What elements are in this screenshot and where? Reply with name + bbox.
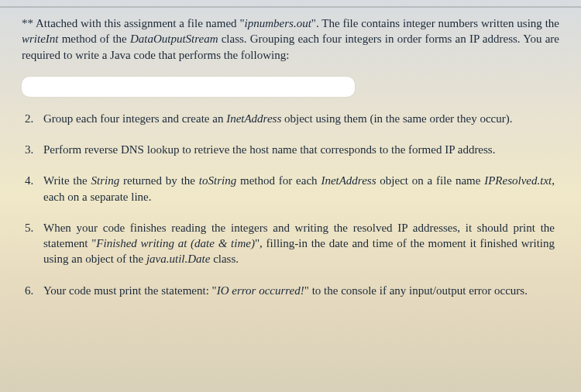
step-italic: Finished writing at (date & time): [96, 237, 255, 249]
step-text: Group each four integers and create an: [43, 112, 226, 125]
step-text: object on a file name: [376, 174, 485, 187]
step-italic: toString: [199, 174, 236, 187]
step-2: 2.Group each four integers and create an…: [43, 111, 559, 126]
step-number: 6.: [25, 283, 40, 298]
step-number: 3.: [25, 142, 40, 157]
step-italic: java.util.Date: [146, 253, 211, 265]
step-text: Your code must print the statement: ": [43, 284, 217, 297]
step-italic: IO error occurred!: [217, 284, 304, 297]
step-text: object using them (in the same order the…: [281, 112, 512, 125]
step-6: 6.Your code must print the statement: "I…: [43, 283, 559, 298]
step-4: 4.Write the String returned by the toStr…: [43, 173, 559, 205]
intro-classname: DataOutputStream: [130, 33, 218, 45]
step-italic: InetAddress: [321, 174, 376, 187]
intro-filename: ipnumbers.out: [245, 17, 311, 29]
step-number: 2.: [25, 111, 40, 126]
intro-mid1: ". The file contains integer numbers wri…: [311, 17, 559, 29]
step-text: " to the console if any input/output err…: [304, 284, 528, 297]
assignment-steps: 2.Group each four integers and create an…: [22, 111, 559, 298]
step-5: 5.When your code finishes reading the in…: [43, 220, 559, 267]
assignment-intro: ** Attached with this assignment a file …: [22, 15, 559, 63]
step-number: 4.: [25, 173, 40, 188]
redaction-mark: [22, 77, 355, 97]
step-italic: InetAddress: [226, 112, 281, 125]
intro-mid2: method of the: [59, 33, 130, 45]
intro-prefix: ** Attached with this assignment a file …: [22, 17, 245, 29]
step-italic: String: [91, 174, 120, 187]
step-text: class.: [210, 253, 239, 265]
step-text: Write the: [43, 174, 91, 187]
step-text: method for each: [236, 174, 321, 187]
step-3: 3.Perform reverse DNS lookup to retrieve…: [43, 142, 559, 157]
intro-method: writeInt: [22, 33, 59, 45]
step-number: 5.: [25, 220, 40, 236]
step-text: returned by the: [119, 174, 199, 187]
step-text: Perform reverse DNS lookup to retrieve t…: [43, 143, 495, 156]
step-italic: IPResolved.txt: [484, 174, 552, 187]
